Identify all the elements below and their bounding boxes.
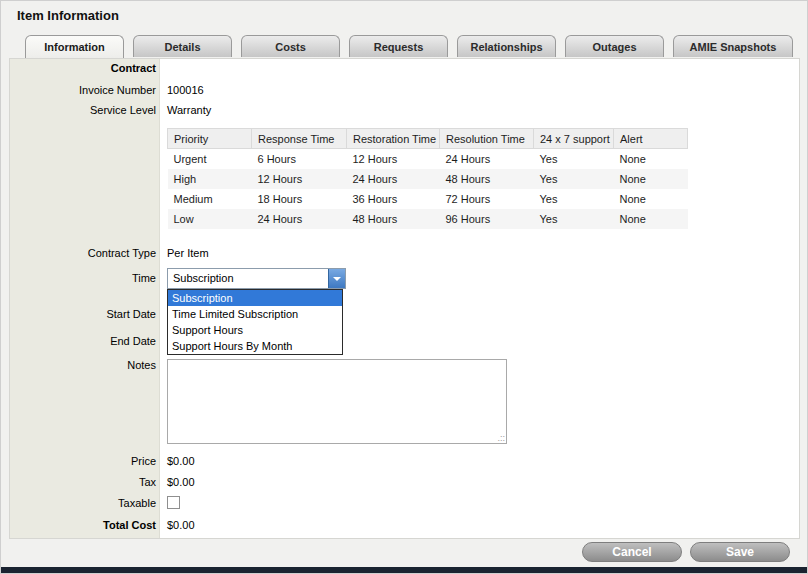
- contract-type-label: Contract Type: [9, 247, 156, 259]
- invoice-number-label: Invoice Number: [9, 84, 156, 96]
- col-header-response-time: Response Time: [252, 129, 347, 149]
- time-select-value: Subscription: [173, 272, 234, 284]
- price-value: $0.00: [167, 455, 195, 467]
- cell: 24 Hours: [440, 149, 534, 169]
- service-level-table: Priority Response Time Restoration Time …: [167, 128, 688, 229]
- dropdown-option-subscription[interactable]: Subscription: [168, 290, 342, 306]
- start-date-label: Start Date: [9, 308, 156, 320]
- time-select[interactable]: Subscription: [167, 268, 346, 289]
- page-title: Item Information: [17, 8, 119, 23]
- dropdown-option-support-hours-by-month[interactable]: Support Hours By Month: [168, 338, 342, 354]
- cell: Low: [168, 209, 252, 229]
- cell: Yes: [534, 169, 614, 189]
- table-row: High 12 Hours 24 Hours 48 Hours Yes None: [168, 169, 688, 189]
- cell: 36 Hours: [347, 189, 440, 209]
- cell: 48 Hours: [440, 169, 534, 189]
- cell: 72 Hours: [440, 189, 534, 209]
- cell: High: [168, 169, 252, 189]
- time-dropdown-list: Subscription Time Limited Subscription S…: [167, 289, 343, 355]
- cell: 24 Hours: [252, 209, 347, 229]
- notes-textarea[interactable]: [167, 359, 507, 444]
- item-information-window: Item Information Information Details Cos…: [0, 0, 808, 574]
- cell: 12 Hours: [347, 149, 440, 169]
- cell: 24 Hours: [347, 169, 440, 189]
- col-header-restoration-time: Restoration Time: [347, 129, 440, 149]
- cell: Yes: [534, 189, 614, 209]
- cell: 48 Hours: [347, 209, 440, 229]
- cell: 6 Hours: [252, 149, 347, 169]
- table-row: Low 24 Hours 48 Hours 96 Hours Yes None: [168, 209, 688, 229]
- cell: Urgent: [168, 149, 252, 169]
- table-header-row: Priority Response Time Restoration Time …: [168, 129, 688, 149]
- cell: 12 Hours: [252, 169, 347, 189]
- cancel-button[interactable]: Cancel: [582, 542, 682, 562]
- cell: None: [614, 189, 688, 209]
- tax-label: Tax: [9, 476, 156, 488]
- invoice-number-value: 100016: [167, 84, 204, 96]
- col-header-priority: Priority: [168, 129, 252, 149]
- end-date-label: End Date: [9, 335, 156, 347]
- notes-label: Notes: [9, 359, 156, 371]
- cell: None: [614, 209, 688, 229]
- save-button[interactable]: Save: [690, 542, 790, 562]
- tab-details[interactable]: Details: [133, 35, 232, 57]
- cell: 18 Hours: [252, 189, 347, 209]
- service-level-label: Service Level: [9, 104, 156, 116]
- cell: 96 Hours: [440, 209, 534, 229]
- contract-section-label: Contract: [9, 62, 156, 74]
- time-label: Time: [9, 272, 156, 284]
- col-header-resolution-time: Resolution Time: [440, 129, 534, 149]
- table-row: Medium 18 Hours 36 Hours 72 Hours Yes No…: [168, 189, 688, 209]
- tab-outages[interactable]: Outages: [565, 35, 664, 57]
- chevron-down-icon[interactable]: [328, 269, 345, 288]
- cell: None: [614, 169, 688, 189]
- tab-information[interactable]: Information: [25, 35, 124, 58]
- service-level-value: Warranty: [167, 104, 211, 116]
- taxable-checkbox[interactable]: [167, 496, 180, 509]
- tab-bar: Information Details Costs Requests Relat…: [25, 35, 793, 58]
- total-cost-value: $0.00: [167, 519, 195, 531]
- dropdown-option-support-hours[interactable]: Support Hours: [168, 322, 342, 338]
- price-label: Price: [9, 455, 156, 467]
- tab-requests[interactable]: Requests: [349, 35, 448, 57]
- col-header-24x7-support: 24 x 7 support: [534, 129, 614, 149]
- total-cost-label: Total Cost: [9, 519, 156, 531]
- cell: Yes: [534, 149, 614, 169]
- tab-relationships[interactable]: Relationships: [457, 35, 556, 57]
- bottom-accent-bar: [1, 567, 807, 573]
- cell: None: [614, 149, 688, 169]
- notes-field-wrap: .::: [167, 359, 507, 444]
- tax-value: $0.00: [167, 476, 195, 488]
- tab-costs[interactable]: Costs: [241, 35, 340, 57]
- taxable-label: Taxable: [9, 497, 156, 509]
- tab-amie-snapshots[interactable]: AMIE Snapshots: [673, 35, 793, 57]
- col-header-alert: Alert: [614, 129, 688, 149]
- dropdown-option-time-limited-subscription[interactable]: Time Limited Subscription: [168, 306, 342, 322]
- cell: Medium: [168, 189, 252, 209]
- cell: Yes: [534, 209, 614, 229]
- table-row: Urgent 6 Hours 12 Hours 24 Hours Yes Non…: [168, 149, 688, 169]
- contract-type-value: Per Item: [167, 247, 209, 259]
